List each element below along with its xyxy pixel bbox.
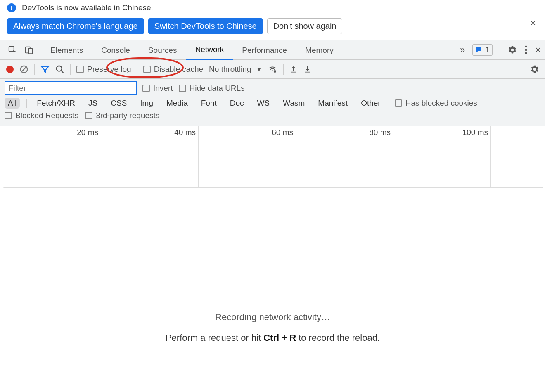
network-conditions-icon[interactable] bbox=[268, 65, 277, 73]
third-party-checkbox[interactable]: 3rd-party requests bbox=[85, 111, 159, 120]
infobar-close-icon[interactable]: × bbox=[530, 17, 536, 29]
svg-point-10 bbox=[274, 70, 276, 73]
third-party-label: 3rd-party requests bbox=[96, 111, 159, 120]
hide-data-urls-checkbox[interactable]: Hide data URLs bbox=[179, 84, 245, 93]
issues-badge[interactable]: 1 bbox=[472, 44, 493, 56]
info-icon: i bbox=[7, 3, 16, 12]
invert-label: Invert bbox=[153, 84, 173, 93]
main-tabstrip: Elements Console Sources Network Perform… bbox=[0, 40, 545, 60]
divider bbox=[500, 45, 500, 55]
throttling-value: No throttling bbox=[209, 65, 251, 74]
hide-data-urls-label: Hide data URLs bbox=[190, 84, 245, 93]
tick-label: 60 ms bbox=[272, 128, 293, 137]
import-har-icon[interactable] bbox=[289, 65, 298, 74]
type-pill-media[interactable]: Media bbox=[163, 98, 191, 109]
tick-label: 20 ms bbox=[77, 128, 98, 137]
svg-point-8 bbox=[57, 66, 62, 71]
infobar-message: DevTools is now available in Chinese! bbox=[22, 3, 153, 12]
type-pill-doc[interactable]: Doc bbox=[227, 98, 247, 109]
invert-checkbox[interactable]: Invert bbox=[142, 84, 173, 93]
infobar-buttons: Always match Chrome's language Switch De… bbox=[0, 12, 545, 40]
checkbox-icon bbox=[143, 66, 151, 73]
blocked-requests-checkbox[interactable]: Blocked Requests bbox=[5, 111, 78, 120]
empty-hint: Perform a request or hit Ctrl + R to rec… bbox=[0, 333, 545, 343]
divider bbox=[283, 64, 284, 75]
type-pill-js[interactable]: JS bbox=[85, 98, 101, 109]
dont-show-again-button[interactable]: Don't show again bbox=[267, 18, 343, 34]
checkbox-icon bbox=[5, 112, 12, 119]
kebab-menu-icon[interactable] bbox=[524, 45, 528, 54]
network-toolbar: Preserve log Disable cache No throttling… bbox=[0, 60, 545, 79]
blocked-requests-label: Blocked Requests bbox=[15, 111, 78, 120]
tab-sources[interactable]: Sources bbox=[139, 41, 186, 59]
svg-line-9 bbox=[61, 70, 64, 73]
export-har-icon[interactable] bbox=[303, 65, 312, 74]
svg-rect-2 bbox=[28, 48, 32, 54]
tick-label: 40 ms bbox=[174, 128, 196, 137]
issues-icon bbox=[475, 46, 483, 54]
divider bbox=[34, 64, 35, 75]
filter-icon[interactable] bbox=[40, 65, 50, 74]
type-pill-ws[interactable]: WS bbox=[254, 98, 273, 109]
dropdown-icon: ▼ bbox=[256, 66, 262, 73]
svg-rect-0 bbox=[9, 47, 14, 52]
type-pill-manifest[interactable]: Manifest bbox=[315, 98, 351, 109]
more-tabs-icon[interactable]: » bbox=[460, 45, 465, 55]
preserve-log-checkbox[interactable]: Preserve log bbox=[76, 65, 131, 74]
type-pill-css[interactable]: CSS bbox=[107, 98, 130, 109]
match-language-button[interactable]: Always match Chrome's language bbox=[7, 18, 144, 34]
checkbox-icon bbox=[395, 99, 402, 107]
preserve-log-label: Preserve log bbox=[87, 65, 131, 74]
timeline-overview[interactable]: 20 ms 40 ms 60 ms 80 ms 100 ms bbox=[3, 126, 543, 188]
checkbox-icon bbox=[85, 112, 92, 119]
infobar: i DevTools is now available in Chinese! … bbox=[0, 0, 545, 12]
empty-state: Recording network activity… Perform a re… bbox=[0, 312, 545, 343]
tick-label: 100 ms bbox=[462, 128, 488, 137]
type-pill-font[interactable]: Font bbox=[198, 98, 220, 109]
tab-network[interactable]: Network bbox=[186, 40, 233, 60]
tab-performance[interactable]: Performance bbox=[233, 41, 296, 59]
has-blocked-cookies-checkbox[interactable]: Has blocked cookies bbox=[395, 99, 477, 108]
divider bbox=[70, 64, 71, 75]
type-pill-all[interactable]: All bbox=[5, 98, 20, 109]
divider bbox=[524, 64, 524, 75]
disable-cache-checkbox[interactable]: Disable cache bbox=[143, 65, 203, 74]
checkbox-icon bbox=[76, 66, 84, 73]
svg-point-4 bbox=[525, 49, 527, 51]
checkbox-icon bbox=[179, 85, 186, 92]
divider bbox=[26, 99, 27, 108]
type-pill-fetchxhr[interactable]: Fetch/XHR bbox=[33, 98, 78, 109]
tab-memory[interactable]: Memory bbox=[296, 41, 343, 59]
disable-cache-label: Disable cache bbox=[154, 65, 203, 74]
device-toolbar-icon[interactable] bbox=[24, 45, 33, 54]
type-pill-wasm[interactable]: Wasm bbox=[280, 98, 308, 109]
search-icon[interactable] bbox=[55, 65, 64, 74]
filter-bar: Invert Hide data URLs All Fetch/XHR JS C… bbox=[0, 79, 545, 126]
divider bbox=[137, 64, 137, 75]
inspect-element-icon[interactable] bbox=[8, 45, 17, 54]
tab-elements[interactable]: Elements bbox=[41, 41, 92, 59]
clear-icon[interactable] bbox=[19, 65, 28, 74]
has-blocked-cookies-label: Has blocked cookies bbox=[405, 99, 477, 108]
type-pill-other[interactable]: Other bbox=[358, 98, 384, 109]
svg-point-3 bbox=[525, 46, 527, 48]
empty-hint-b: to record the reload. bbox=[296, 333, 380, 343]
issues-count: 1 bbox=[485, 45, 490, 54]
svg-line-7 bbox=[21, 66, 27, 72]
switch-language-button[interactable]: Switch DevTools to Chinese bbox=[148, 18, 263, 34]
svg-rect-12 bbox=[305, 71, 310, 72]
filter-input[interactable] bbox=[5, 81, 137, 95]
throttling-select[interactable]: No throttling ▼ bbox=[209, 65, 262, 74]
inspect-icons-group bbox=[8, 40, 41, 59]
empty-hint-a: Perform a request or hit bbox=[166, 333, 263, 343]
record-button[interactable] bbox=[6, 66, 14, 73]
empty-title: Recording network activity… bbox=[0, 312, 545, 323]
network-settings-icon[interactable] bbox=[530, 65, 539, 74]
close-devtools-icon[interactable]: × bbox=[535, 44, 541, 56]
checkbox-icon bbox=[142, 85, 150, 92]
kbd-shortcut: Ctrl + R bbox=[263, 333, 296, 343]
tab-console[interactable]: Console bbox=[92, 41, 139, 59]
settings-icon[interactable] bbox=[508, 45, 517, 54]
type-pill-img[interactable]: Img bbox=[137, 98, 156, 109]
tick-label: 80 ms bbox=[369, 128, 391, 137]
